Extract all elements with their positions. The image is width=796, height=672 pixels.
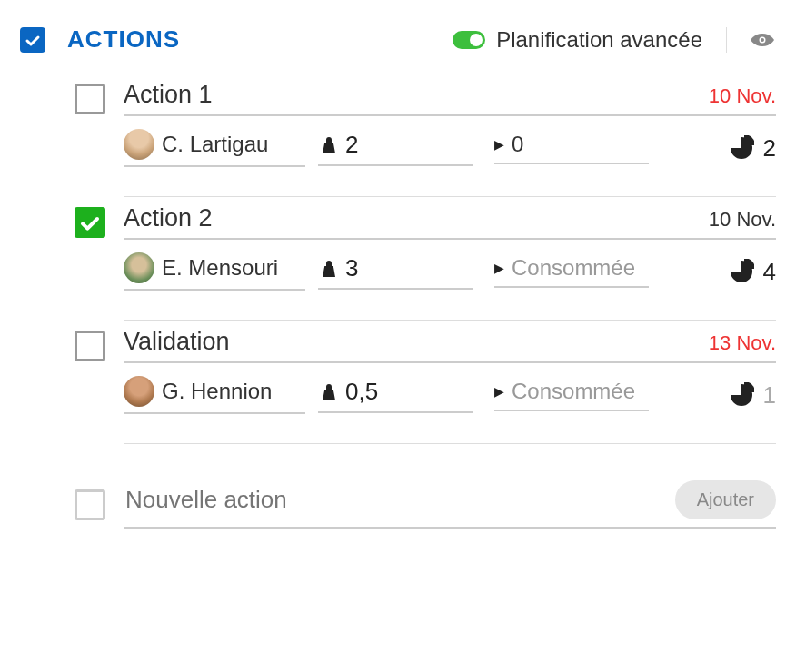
action-item: Validation 13 Nov. G. Hennion 0,5 ▶ Cons… [75, 328, 776, 444]
weight-field[interactable]: 0,5 [318, 378, 473, 413]
chart-value: 2 [763, 134, 776, 163]
consumed-field[interactable]: ▶ Consommée [494, 379, 649, 411]
weight-value: 2 [345, 131, 358, 159]
weight-field[interactable]: 3 [318, 254, 473, 290]
assignee-field[interactable]: G. Hennion [124, 376, 305, 414]
assignee-name: E. Mensouri [162, 255, 278, 281]
consumed-field[interactable]: ▶ 0 [494, 132, 649, 164]
toggle-switch-icon [453, 31, 485, 49]
triangle-icon: ▶ [494, 137, 504, 152]
chart-value: 4 [763, 258, 776, 286]
assignee-field[interactable]: E. Mensouri [124, 252, 305, 291]
action-date: 10 Nov. [709, 84, 776, 108]
action-title: Action 1 [124, 81, 213, 109]
weight-icon [318, 257, 340, 279]
pie-chart-icon [729, 259, 754, 284]
visibility-button[interactable] [727, 26, 776, 54]
action-title-field[interactable]: Action 1 10 Nov. [124, 81, 776, 116]
action-title: Action 2 [124, 204, 213, 232]
toggle-label: Planification avancée [496, 27, 702, 53]
consumed-value: Consommée [512, 255, 635, 281]
action-item: Action 1 10 Nov. C. Lartigau 2 ▶ 0 2 [75, 81, 776, 197]
weight-icon [318, 380, 340, 402]
chart-value: 1 [763, 381, 776, 410]
add-button[interactable]: Ajouter [675, 480, 776, 519]
avatar [124, 129, 154, 160]
select-all-checkbox[interactable] [20, 27, 45, 53]
action-title-field[interactable]: Validation 13 Nov. [124, 328, 776, 363]
section-title: ACTIONS [67, 25, 180, 54]
triangle-icon: ▶ [494, 384, 504, 399]
action-date: 13 Nov. [709, 331, 776, 355]
weight-value: 3 [345, 254, 358, 282]
pie-chart-icon [729, 382, 754, 408]
action-checkbox[interactable] [75, 207, 105, 238]
consumed-field[interactable]: ▶ Consommée [494, 255, 649, 288]
consumed-value: 0 [512, 132, 523, 157]
chart-field[interactable]: 2 [729, 134, 776, 163]
action-checkbox[interactable] [75, 331, 105, 361]
action-date: 10 Nov. [709, 208, 776, 232]
weight-value: 0,5 [345, 378, 378, 406]
pie-chart-icon [729, 135, 754, 161]
chart-field[interactable]: 4 [729, 258, 776, 286]
chart-field[interactable]: 1 [729, 381, 776, 410]
weight-field[interactable]: 2 [318, 131, 473, 166]
assignee-field[interactable]: C. Lartigau [124, 129, 305, 167]
action-checkbox[interactable] [75, 84, 105, 114]
action-title-field[interactable]: Action 2 10 Nov. [124, 204, 776, 240]
consumed-value: Consommée [512, 379, 635, 404]
new-action-checkbox[interactable] [75, 489, 105, 520]
action-title: Validation [124, 328, 230, 356]
avatar [124, 376, 154, 407]
new-action-row: Ajouter [75, 480, 776, 529]
assignee-name: G. Hennion [162, 379, 272, 404]
assignee-name: C. Lartigau [162, 132, 268, 157]
weight-icon [318, 133, 340, 155]
new-action-input[interactable] [124, 485, 675, 515]
action-item: Action 2 10 Nov. E. Mensouri 3 ▶ Consomm… [75, 204, 776, 321]
avatar [124, 252, 154, 283]
advanced-planning-toggle[interactable]: Planification avancée [453, 27, 727, 53]
triangle-icon: ▶ [494, 261, 504, 275]
